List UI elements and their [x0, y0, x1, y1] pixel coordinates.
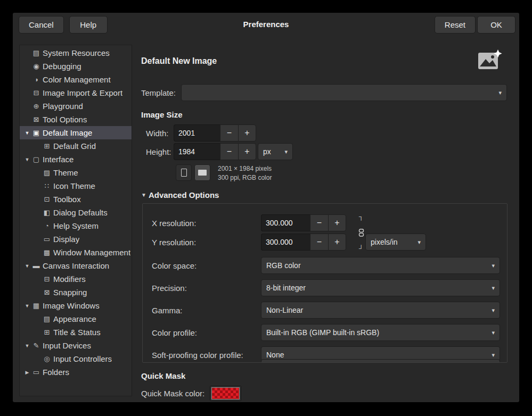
modifiers-icon: ⊟ [42, 275, 52, 283]
precision-dropdown[interactable]: 8-bit integer ▾ [261, 279, 500, 296]
sidebar-item-system-resources[interactable]: ▤ System Resources [20, 46, 132, 60]
width-increment-button[interactable]: + [238, 124, 256, 142]
quick-mask-color-swatch[interactable] [210, 386, 241, 401]
size-summary: 2001 × 1984 pixels 300 ppi, RGB color [218, 164, 272, 182]
sidebar-item-tool-options[interactable]: ⊠ Tool Options [20, 113, 132, 126]
height-input[interactable] [174, 143, 220, 160]
clipped-dropdown-edge [261, 359, 500, 362]
sidebar-item-canvas-interaction[interactable]: ▼ ▬ Canvas Interaction [20, 259, 132, 272]
sidebar-item-label: Input Devices [43, 341, 91, 350]
y-resolution-decrement-button[interactable]: − [310, 234, 328, 251]
sidebar-item-label: Default Grid [53, 142, 96, 151]
sidebar-item-appearance[interactable]: ▤ Appearance [20, 312, 132, 326]
sidebar-item-label: Playground [43, 102, 83, 111]
debugging-icon: ◉ [31, 62, 41, 70]
reset-button[interactable]: Reset [435, 16, 476, 34]
sidebar-item-label: Icon Theme [53, 181, 95, 190]
color-space-value: RGB color [266, 261, 487, 270]
resolution-unit-value: pixels/in [371, 238, 413, 246]
color-profile-label: Color profile: [152, 328, 261, 337]
template-label: Template: [141, 88, 177, 97]
chevron-down-icon: ▾ [492, 307, 495, 314]
resolution-unit-dropdown[interactable]: pixels/in ▾ [365, 234, 426, 251]
precision-label: Precision: [152, 284, 261, 293]
sidebar-item-label: Snapping [53, 288, 87, 297]
landscape-orientation-button[interactable] [194, 164, 210, 181]
x-resolution-input[interactable] [261, 214, 310, 231]
sidebar-item-label: Color Management [43, 75, 111, 84]
sidebar-item-window-management[interactable]: ▩ Window Management [20, 246, 132, 259]
color-profile-dropdown[interactable]: Built-in RGB (GIMP built-in sRGB) ▾ [261, 324, 500, 341]
sidebar-item-default-image[interactable]: ▼ ▣ Default Image [20, 126, 132, 139]
sidebar-item-title-status[interactable]: ⊞ Title & Status [20, 326, 132, 339]
expander-icon[interactable]: ▼ [23, 303, 31, 309]
sidebar-item-image-import-export[interactable]: ⊟ Image Import & Export [20, 86, 132, 99]
preferences-dialog: Cancel Help Preferences Reset OK ▤ Syste… [13, 13, 519, 402]
chevron-down-icon: ▾ [284, 148, 288, 155]
display-icon: ▭ [42, 235, 52, 243]
color-profile-value: Built-in RGB (GIMP built-in sRGB) [266, 328, 487, 337]
sidebar-item-label: Theme [53, 168, 78, 177]
height-decrement-button[interactable]: − [220, 143, 238, 160]
expander-icon[interactable]: ▼ [23, 157, 31, 162]
icon-theme-icon: ∷ [42, 182, 52, 190]
sidebar-item-playground[interactable]: ⊕ Playground [20, 99, 132, 113]
color-space-dropdown[interactable]: RGB color ▾ [261, 257, 500, 274]
width-spinner: − + [174, 124, 256, 142]
expander-icon[interactable]: ▼ [23, 343, 31, 348]
advanced-options-expander[interactable]: ▼ Advanced Options [141, 190, 510, 199]
y-resolution-increment-button[interactable]: + [328, 234, 346, 251]
chain-bracket-top: ┐ [359, 214, 364, 219]
appearance-icon: ▤ [42, 315, 52, 323]
color-management-icon: ◑ [31, 76, 41, 84]
chevron-down-icon: ▾ [492, 352, 495, 359]
expander-icon[interactable]: ▶ [23, 370, 31, 375]
sidebar-item-display[interactable]: ▭ Display [20, 232, 132, 246]
sidebar-item-color-management[interactable]: ◑ Color Management [20, 73, 132, 86]
sidebar-item-default-grid[interactable]: ⊞ Default Grid [20, 139, 132, 153]
size-unit-dropdown[interactable]: px ▾ [258, 143, 293, 160]
sidebar-item-label: Display [53, 235, 79, 244]
playground-icon: ⊕ [31, 102, 41, 110]
sidebar-item-interface[interactable]: ▼ ▢ Interface [20, 153, 132, 166]
ok-button[interactable]: OK [477, 16, 515, 34]
tool-options-icon: ⊠ [31, 115, 41, 123]
width-input[interactable] [174, 124, 220, 142]
y-resolution-input[interactable] [261, 234, 310, 251]
sidebar-item-label: Modifiers [53, 274, 86, 284]
sidebar-item-image-windows[interactable]: ▼ ▦ Image Windows [20, 299, 132, 312]
portrait-orientation-button[interactable] [176, 164, 192, 181]
resolution-chain-toggle[interactable]: ┐ ┘ [355, 214, 367, 251]
sidebar-item-label: Dialog Defaults [53, 208, 108, 217]
sidebar-item-modifiers[interactable]: ⊟ Modifiers [20, 272, 132, 286]
quick-mask-color-checker [211, 387, 240, 400]
sidebar-item-help-system[interactable]: ◔ Help System [20, 219, 132, 232]
sidebar-item-snapping[interactable]: ⊠ Snapping [20, 286, 132, 299]
sidebar-item-dialog-defaults[interactable]: ◧ Dialog Defaults [20, 206, 132, 219]
sidebar-item-input-controllers[interactable]: ◎ Input Controllers [20, 352, 132, 365]
gamma-dropdown[interactable]: Non-Linear ▾ [261, 302, 500, 319]
expander-icon[interactable]: ▼ [23, 263, 31, 269]
default-new-image-panel: Default New Image Template: ▾ Im [132, 45, 513, 397]
sidebar-item-folders[interactable]: ▶ ▭ Folders [20, 365, 132, 379]
template-dropdown[interactable]: ▾ [181, 84, 507, 101]
expander-icon[interactable]: ▼ [23, 130, 31, 136]
sidebar-item-toolbox[interactable]: ⊡ Toolbox [20, 193, 132, 206]
default-image-star-icon [478, 49, 502, 73]
sidebar-item-label: Appearance [53, 314, 96, 323]
x-resolution-decrement-button[interactable]: − [310, 214, 328, 231]
chevron-down-icon: ▾ [418, 239, 421, 246]
snapping-icon: ⊠ [42, 288, 52, 296]
size-summary-line2: 300 ppi, RGB color [218, 173, 272, 182]
sidebar-item-theme[interactable]: ▨ Theme [20, 166, 132, 179]
default-image-icon: ▣ [31, 129, 41, 137]
title-status-icon: ⊞ [42, 328, 52, 336]
sidebar-item-input-devices[interactable]: ▼ ✎ Input Devices [20, 339, 132, 352]
sidebar-item-label: Title & Status [53, 328, 101, 337]
x-resolution-increment-button[interactable]: + [328, 214, 346, 231]
sidebar-item-debugging[interactable]: ◉ Debugging [20, 60, 132, 73]
canvas-interaction-icon: ▬ [31, 262, 41, 270]
width-decrement-button[interactable]: − [220, 124, 238, 142]
sidebar-item-icon-theme[interactable]: ∷ Icon Theme [20, 179, 132, 193]
height-increment-button[interactable]: + [238, 143, 256, 160]
